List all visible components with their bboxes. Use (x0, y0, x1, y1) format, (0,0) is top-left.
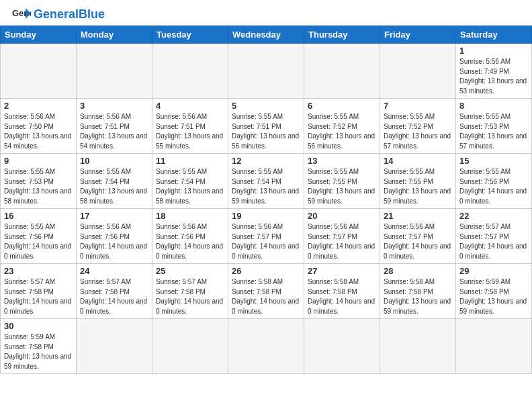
day-info: Sunrise: 5:55 AMSunset: 7:54 PMDaylight:… (156, 167, 224, 206)
calendar-day-cell (77, 44, 152, 99)
calendar-day-cell: 27Sunrise: 5:58 AMSunset: 7:58 PMDayligh… (304, 264, 380, 319)
logo-text: GeneralBlue (34, 8, 105, 20)
calendar-day-cell (380, 44, 456, 99)
weekday-header-tuesday: Tuesday (152, 26, 228, 44)
day-info: Sunrise: 5:55 AMSunset: 7:54 PMDaylight:… (232, 167, 300, 206)
day-info: Sunrise: 5:56 AMSunset: 7:57 PMDaylight:… (384, 222, 452, 261)
calendar-day-cell: 10Sunrise: 5:55 AMSunset: 7:54 PMDayligh… (77, 154, 152, 209)
calendar-day-cell: 11Sunrise: 5:55 AMSunset: 7:54 PMDayligh… (152, 154, 228, 209)
day-info: Sunrise: 5:55 AMSunset: 7:53 PMDaylight:… (4, 167, 73, 206)
day-number: 1 (459, 46, 528, 56)
day-number: 30 (4, 321, 73, 331)
calendar-day-cell: 6Sunrise: 5:55 AMSunset: 7:52 PMDaylight… (304, 99, 380, 154)
day-info: Sunrise: 5:55 AMSunset: 7:55 PMDaylight:… (384, 167, 452, 206)
calendar-day-cell: 22Sunrise: 5:57 AMSunset: 7:57 PMDayligh… (456, 209, 532, 264)
day-number: 13 (308, 156, 376, 166)
day-number: 25 (156, 266, 224, 276)
calendar-day-cell: 12Sunrise: 5:55 AMSunset: 7:54 PMDayligh… (228, 154, 304, 209)
calendar-day-cell: 23Sunrise: 5:57 AMSunset: 7:58 PMDayligh… (1, 264, 77, 319)
day-info: Sunrise: 5:55 AMSunset: 7:55 PMDaylight:… (308, 167, 376, 206)
weekday-header-wednesday: Wednesday (228, 26, 304, 44)
page-header: General GeneralBlue (0, 0, 532, 26)
calendar-day-cell: 13Sunrise: 5:55 AMSunset: 7:55 PMDayligh… (304, 154, 380, 209)
day-info: Sunrise: 5:56 AMSunset: 7:57 PMDaylight:… (232, 222, 300, 261)
day-info: Sunrise: 5:55 AMSunset: 7:54 PMDaylight:… (80, 167, 148, 206)
calendar-day-cell: 7Sunrise: 5:55 AMSunset: 7:52 PMDaylight… (380, 99, 456, 154)
day-info: Sunrise: 5:57 AMSunset: 7:58 PMDaylight:… (4, 277, 73, 316)
day-info: Sunrise: 5:58 AMSunset: 7:58 PMDaylight:… (308, 277, 376, 316)
week-row-4: 16Sunrise: 5:55 AMSunset: 7:56 PMDayligh… (1, 209, 532, 264)
day-number: 9 (4, 156, 73, 166)
day-info: Sunrise: 5:58 AMSunset: 7:58 PMDaylight:… (384, 277, 452, 316)
calendar-day-cell: 4Sunrise: 5:56 AMSunset: 7:51 PMDaylight… (152, 99, 228, 154)
calendar-day-cell: 21Sunrise: 5:56 AMSunset: 7:57 PMDayligh… (380, 209, 456, 264)
calendar-day-cell: 15Sunrise: 5:55 AMSunset: 7:56 PMDayligh… (456, 154, 532, 209)
day-number: 7 (384, 101, 452, 111)
calendar-day-cell (228, 319, 304, 374)
day-number: 24 (80, 266, 148, 276)
week-row-1: 1Sunrise: 5:56 AMSunset: 7:49 PMDaylight… (1, 44, 532, 99)
calendar-day-cell: 29Sunrise: 5:59 AMSunset: 7:58 PMDayligh… (456, 264, 532, 319)
weekday-header-saturday: Saturday (456, 26, 532, 44)
calendar-table: SundayMondayTuesdayWednesdayThursdayFrid… (0, 26, 532, 374)
day-number: 20 (308, 211, 376, 221)
day-info: Sunrise: 5:56 AMSunset: 7:50 PMDaylight:… (4, 112, 73, 151)
calendar-day-cell: 19Sunrise: 5:56 AMSunset: 7:57 PMDayligh… (228, 209, 304, 264)
calendar-day-cell: 20Sunrise: 5:56 AMSunset: 7:57 PMDayligh… (304, 209, 380, 264)
calendar-day-cell: 3Sunrise: 5:56 AMSunset: 7:51 PMDaylight… (77, 99, 152, 154)
weekday-header-sunday: Sunday (1, 26, 77, 44)
calendar-day-cell: 26Sunrise: 5:58 AMSunset: 7:58 PMDayligh… (228, 264, 304, 319)
weekday-header-monday: Monday (77, 26, 152, 44)
weekday-header-thursday: Thursday (304, 26, 380, 44)
day-info: Sunrise: 5:55 AMSunset: 7:53 PMDaylight:… (459, 112, 528, 151)
calendar-day-cell: 14Sunrise: 5:55 AMSunset: 7:55 PMDayligh… (380, 154, 456, 209)
calendar-day-cell: 25Sunrise: 5:57 AMSunset: 7:58 PMDayligh… (152, 264, 228, 319)
day-info: Sunrise: 5:55 AMSunset: 7:56 PMDaylight:… (4, 222, 73, 261)
calendar-day-cell: 2Sunrise: 5:56 AMSunset: 7:50 PMDaylight… (1, 99, 77, 154)
calendar-day-cell (304, 44, 380, 99)
day-number: 11 (156, 156, 224, 166)
calendar-day-cell (77, 319, 152, 374)
day-number: 5 (232, 101, 300, 111)
day-info: Sunrise: 5:56 AMSunset: 7:49 PMDaylight:… (459, 57, 528, 96)
calendar-day-cell (152, 44, 228, 99)
week-row-2: 2Sunrise: 5:56 AMSunset: 7:50 PMDaylight… (1, 99, 532, 154)
day-number: 16 (4, 211, 73, 221)
day-number: 8 (459, 101, 528, 111)
day-number: 2 (4, 101, 73, 111)
week-row-5: 23Sunrise: 5:57 AMSunset: 7:58 PMDayligh… (1, 264, 532, 319)
day-info: Sunrise: 5:55 AMSunset: 7:52 PMDaylight:… (308, 112, 376, 151)
calendar-day-cell: 30Sunrise: 5:59 AMSunset: 7:58 PMDayligh… (1, 319, 77, 374)
day-info: Sunrise: 5:59 AMSunset: 7:58 PMDaylight:… (4, 332, 73, 371)
calendar-day-cell: 5Sunrise: 5:55 AMSunset: 7:51 PMDaylight… (228, 99, 304, 154)
calendar-day-cell: 8Sunrise: 5:55 AMSunset: 7:53 PMDaylight… (456, 99, 532, 154)
day-number: 12 (232, 156, 300, 166)
calendar-day-cell (380, 319, 456, 374)
day-info: Sunrise: 5:57 AMSunset: 7:58 PMDaylight:… (80, 277, 148, 316)
day-info: Sunrise: 5:58 AMSunset: 7:58 PMDaylight:… (232, 277, 300, 316)
calendar-day-cell: 18Sunrise: 5:56 AMSunset: 7:56 PMDayligh… (152, 209, 228, 264)
day-number: 14 (384, 156, 452, 166)
day-number: 17 (80, 211, 148, 221)
day-info: Sunrise: 5:56 AMSunset: 7:51 PMDaylight:… (156, 112, 224, 151)
day-number: 4 (156, 101, 224, 111)
day-number: 3 (80, 101, 148, 111)
day-number: 10 (80, 156, 148, 166)
day-info: Sunrise: 5:56 AMSunset: 7:51 PMDaylight:… (80, 112, 148, 151)
calendar-day-cell: 9Sunrise: 5:55 AMSunset: 7:53 PMDaylight… (1, 154, 77, 209)
day-info: Sunrise: 5:59 AMSunset: 7:58 PMDaylight:… (459, 277, 528, 316)
day-info: Sunrise: 5:55 AMSunset: 7:56 PMDaylight:… (459, 167, 528, 206)
calendar-day-cell (456, 319, 532, 374)
day-number: 6 (308, 101, 376, 111)
day-info: Sunrise: 5:57 AMSunset: 7:57 PMDaylight:… (459, 222, 528, 261)
logo: General GeneralBlue (12, 7, 105, 21)
weekday-header-friday: Friday (380, 26, 456, 44)
day-info: Sunrise: 5:57 AMSunset: 7:58 PMDaylight:… (156, 277, 224, 316)
day-number: 21 (384, 211, 452, 221)
calendar-day-cell (152, 319, 228, 374)
day-number: 22 (459, 211, 528, 221)
day-info: Sunrise: 5:56 AMSunset: 7:56 PMDaylight:… (80, 222, 148, 261)
day-number: 23 (4, 266, 73, 276)
calendar-day-cell: 17Sunrise: 5:56 AMSunset: 7:56 PMDayligh… (77, 209, 152, 264)
week-row-3: 9Sunrise: 5:55 AMSunset: 7:53 PMDaylight… (1, 154, 532, 209)
